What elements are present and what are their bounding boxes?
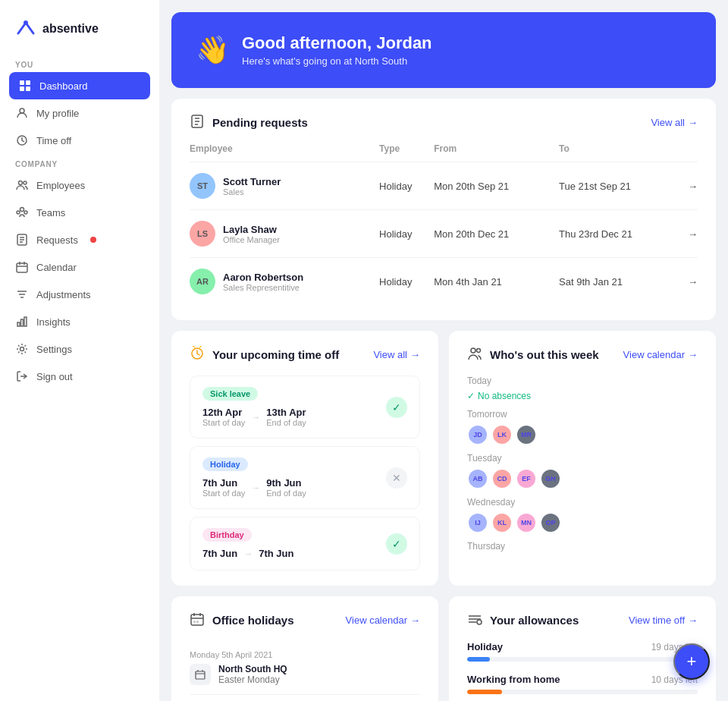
whos-out-view-calendar[interactable]: View calendar → bbox=[623, 349, 698, 360]
pending-requests-card: Pending requests View all → Employee Typ… bbox=[171, 99, 716, 320]
pending-requests-view-all[interactable]: View all → bbox=[651, 117, 698, 128]
no-absence-text: No absences bbox=[478, 391, 531, 401]
two-col-section-2: Office holidays View calendar → Monday 5… bbox=[171, 596, 716, 701]
svg-point-17 bbox=[20, 347, 24, 351]
allowances-title: Your allowances bbox=[490, 614, 579, 627]
timeoff-from: 7th Jun Start of day bbox=[202, 477, 245, 498]
col-to: To bbox=[559, 143, 681, 162]
day-label: Tomorrow bbox=[467, 409, 698, 420]
status-approved-icon: ✓ bbox=[386, 533, 407, 555]
sidebar-item-insights[interactable]: Insights bbox=[0, 308, 159, 335]
office-holidays-view-calendar[interactable]: View calendar → bbox=[346, 615, 420, 626]
logo-area: absentive bbox=[0, 12, 159, 55]
holidays-list: Monday 5th April 2021 North South HQ Eas… bbox=[190, 641, 420, 701]
svg-point-7 bbox=[19, 181, 23, 185]
svg-rect-14 bbox=[17, 322, 20, 326]
svg-point-10 bbox=[17, 211, 20, 214]
request-to: Tue 21st Sep 21 bbox=[559, 162, 681, 210]
table-row[interactable]: AR Aaron Robertson Sales Representitive … bbox=[190, 258, 698, 306]
allowances-view-time-off[interactable]: View time off → bbox=[629, 615, 698, 626]
allowance-progress-fill bbox=[467, 690, 502, 694]
sidebar-item-my-profile[interactable]: My profile bbox=[0, 99, 159, 127]
request-type: Holiday bbox=[379, 210, 434, 258]
sidebar-item-calendar[interactable]: Calendar bbox=[0, 253, 159, 281]
timeoff-to: 9th Jun End of day bbox=[266, 477, 306, 498]
teams-icon bbox=[15, 206, 29, 219]
svg-point-21 bbox=[477, 349, 481, 353]
avatar-row: ABCDEFGH bbox=[467, 468, 698, 489]
employee-role: Sales Representitive bbox=[223, 283, 303, 292]
whos-out-day: WednesdayIJKLMNOP bbox=[467, 497, 698, 533]
sidebar-item-time-off[interactable]: Time off bbox=[0, 127, 159, 154]
calendar-label: Calendar bbox=[36, 262, 77, 273]
arrow-separator: → bbox=[251, 483, 260, 493]
table-row[interactable]: ST Scott Turner Sales Holiday Mon 20th S… bbox=[190, 162, 698, 210]
brand-name: absentive bbox=[42, 22, 99, 36]
svg-rect-23 bbox=[193, 621, 196, 623]
employees-icon bbox=[15, 178, 29, 192]
holiday-item: Monday 3rd May 2021 North South HQ May D… bbox=[190, 695, 420, 701]
status-approved-icon: ✓ bbox=[386, 397, 407, 418]
you-section-label: YOU bbox=[0, 55, 159, 72]
holiday-office-icon bbox=[190, 664, 211, 685]
dashboard-label: Dashboard bbox=[39, 80, 88, 92]
timeoff-type-badge: Sick leave bbox=[202, 387, 258, 401]
teams-label: Teams bbox=[36, 207, 65, 218]
allowances-title-area: Your allowances bbox=[467, 611, 579, 629]
office-holidays-header: Office holidays View calendar → bbox=[190, 611, 420, 629]
sidebar-item-dashboard[interactable]: Dashboard bbox=[9, 72, 150, 99]
requests-badge bbox=[90, 237, 96, 243]
insights-label: Insights bbox=[36, 316, 71, 328]
sidebar-item-adjustments[interactable]: Adjustments bbox=[0, 281, 159, 308]
timeoff-from: 12th Apr Start of day bbox=[202, 407, 245, 427]
sidebar-item-requests[interactable]: Requests bbox=[0, 226, 159, 253]
request-to: Sat 9th Jan 21 bbox=[559, 258, 681, 306]
row-arrow[interactable]: → bbox=[681, 162, 698, 210]
upcoming-time-off-title-area: Your upcoming time off bbox=[190, 346, 339, 363]
my-profile-label: My profile bbox=[36, 108, 79, 119]
sidebar-item-sign-out[interactable]: Sign out bbox=[0, 363, 159, 390]
svg-rect-25 bbox=[196, 671, 205, 679]
timeoff-to: 13th Apr End of day bbox=[266, 407, 306, 427]
holiday-name: Easter Monday bbox=[218, 674, 287, 685]
avatar-row: IJKLMNOP bbox=[467, 512, 698, 533]
timeoff-items: Sick leave 12th Apr Start of day → 13th … bbox=[190, 376, 420, 571]
main-content: 👋 Good afternoon, Jordan Here's what's g… bbox=[159, 0, 728, 701]
no-absence: ✓No absences bbox=[467, 391, 698, 401]
sidebar-item-settings[interactable]: Settings bbox=[0, 335, 159, 363]
row-arrow[interactable]: → bbox=[681, 210, 698, 258]
row-arrow[interactable]: → bbox=[681, 258, 698, 306]
sidebar-item-teams[interactable]: Teams bbox=[0, 199, 159, 226]
whos-out-title: Who's out this week bbox=[490, 348, 599, 361]
table-row[interactable]: LS Layla Shaw Office Manager Holiday Mon… bbox=[190, 210, 698, 258]
company-section-label: COMPANY bbox=[0, 154, 159, 171]
sidebar-item-employees[interactable]: Employees bbox=[0, 171, 159, 199]
hero-greeting: Good afternoon, Jordan bbox=[242, 33, 432, 53]
upcoming-time-off-icon bbox=[190, 346, 205, 363]
svg-point-5 bbox=[20, 108, 24, 113]
timeoff-item: Birthday 7th Jun → 7th Jun ✓ bbox=[190, 517, 420, 571]
hero-emoji: 👋 bbox=[196, 34, 230, 66]
requests-icon bbox=[15, 233, 29, 247]
col-employee: Employee bbox=[190, 143, 379, 162]
pending-requests-table: Employee Type From To ST Scott Turner Sa… bbox=[190, 143, 698, 305]
person-avatar: MR bbox=[516, 424, 537, 445]
upcoming-time-off-view-all[interactable]: View all → bbox=[373, 349, 420, 360]
upcoming-time-off-header: Your upcoming time off View all → bbox=[190, 346, 420, 363]
whos-out-header: Who's out this week View calendar → bbox=[467, 346, 698, 363]
sidebar: absentive YOU Dashboard My profile Time … bbox=[0, 0, 159, 701]
col-from: From bbox=[434, 143, 559, 162]
request-to: Thu 23rd Dec 21 bbox=[559, 210, 681, 258]
holiday-office-name: North South HQ bbox=[218, 664, 287, 674]
calendar-icon bbox=[15, 260, 29, 274]
holiday-detail: North South HQ Easter Monday bbox=[190, 664, 420, 685]
fab-button[interactable]: + bbox=[673, 643, 710, 680]
timeoff-type-badge: Holiday bbox=[202, 457, 248, 471]
allowance-name: Working from home bbox=[467, 674, 560, 685]
pending-requests-title: Pending requests bbox=[212, 116, 308, 129]
employee-role: Office Manager bbox=[223, 235, 280, 244]
allowance-header: Holiday 19 days left bbox=[467, 641, 698, 652]
allowance-progress-bar bbox=[467, 690, 698, 694]
logo-icon bbox=[15, 18, 36, 39]
time-off-icon bbox=[15, 134, 29, 147]
